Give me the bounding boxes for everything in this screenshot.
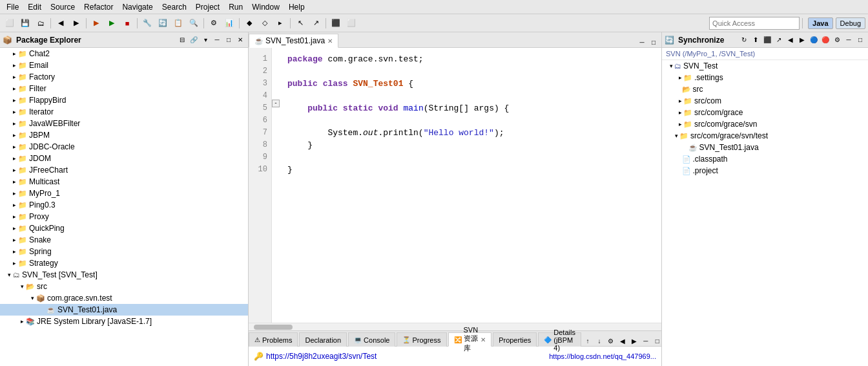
sync-tree-srccomgrace[interactable]: ▸ 📁 src/com/grace: [662, 107, 868, 118]
save-all-button[interactable]: 🗂: [34, 16, 48, 30]
tree-item-snake[interactable]: ▸ 📁 Snake: [0, 234, 248, 246]
tree-item-jdbcoracle[interactable]: ▸ 📁 JDBC-Oracle: [0, 141, 248, 153]
tab-properties[interactable]: Properties: [493, 332, 537, 347]
collapse-all-btn[interactable]: ⊟: [177, 35, 187, 45]
menu-run[interactable]: Run: [225, 1, 247, 13]
sync-tree-svntest01java[interactable]: ☕ SVN_Test01.java: [662, 142, 868, 153]
sync-btn7[interactable]: 🔵: [809, 35, 819, 45]
editor-tab-svntest01[interactable]: ☕ SVN_Test01.java ✕: [249, 34, 338, 48]
stop-button[interactable]: ■: [120, 16, 134, 30]
tool11[interactable]: ↗: [309, 16, 323, 30]
quick-access-input[interactable]: [709, 17, 800, 30]
bottom-maximize-btn[interactable]: □: [652, 336, 661, 346]
sync-btn1[interactable]: ↻: [739, 35, 749, 45]
sync-tree-srccom[interactable]: ▸ 📁 src/com: [662, 95, 868, 107]
link-editor-btn[interactable]: 🔗: [189, 35, 199, 45]
tree-item-javawebfilter[interactable]: ▸ 📁 JavaWEBFilter: [0, 118, 248, 129]
run-button[interactable]: ▶: [105, 16, 119, 30]
forward-button[interactable]: ▶: [69, 16, 83, 30]
tool9[interactable]: ▸: [273, 16, 287, 30]
sync-tree-srccomgracesvn[interactable]: ▸ 📁 src/com/grace/svn: [662, 118, 868, 130]
tree-item-src[interactable]: ▾ 📂 src: [0, 281, 248, 292]
tree-item-ping03[interactable]: ▸ 📁 Ping0.3: [0, 199, 248, 211]
tree-item-proxy[interactable]: ▸ 📁 Proxy: [0, 211, 248, 222]
sync-maximize-btn[interactable]: □: [855, 35, 865, 45]
menu-source[interactable]: Source: [46, 1, 79, 13]
tool12[interactable]: ⬛: [329, 16, 343, 30]
tree-item-quickping[interactable]: ▸ 📁 QuickPing: [0, 222, 248, 234]
tree-item-spring[interactable]: ▸ 📁 Spring: [0, 246, 248, 257]
java-perspective-btn[interactable]: Java: [808, 17, 832, 29]
tree-item-jre[interactable]: ▸ 📚 JRE System Library [JavaSE-1.7]: [0, 316, 248, 327]
tree-item-svntest[interactable]: ▾ 🗂 SVN_Test [SVN_Test]: [0, 269, 248, 281]
tree-item-strategy[interactable]: ▸ 📁 Strategy: [0, 257, 248, 269]
sync-tree-settings[interactable]: ▸ 📁 .settings: [662, 72, 868, 83]
bottom-toolbar-btn3[interactable]: ⚙: [606, 336, 616, 346]
tree-item-iterator[interactable]: ▸ 📁 Iterator: [0, 106, 248, 118]
bottom-toolbar-btn1[interactable]: ↑: [583, 336, 593, 346]
sync-btn2[interactable]: ⬆: [750, 35, 761, 45]
save-button[interactable]: 💾: [18, 16, 32, 30]
tree-item-jdom[interactable]: ▸ 📁 JDOM: [0, 153, 248, 164]
editor-minimize-btn[interactable]: ─: [637, 37, 647, 47]
menu-project[interactable]: Project: [192, 1, 223, 13]
tree-item-email[interactable]: ▸ 📁 Email: [0, 59, 248, 71]
tree-item-flappybird[interactable]: ▸ 📁 FlappyBird: [0, 94, 248, 106]
sync-tree-srccomgracesvntest[interactable]: ▾ 📁 src/com/grace/svn/test: [662, 130, 868, 142]
minimize-left-btn[interactable]: ─: [212, 35, 222, 45]
collapse-method-icon[interactable]: -: [272, 100, 280, 107]
tree-item-svntest01java[interactable]: ☕ SVN_Test01.java: [0, 304, 248, 316]
tree-item-chat2[interactable]: ▸ 📁 Chat2: [0, 48, 248, 59]
tree-item-package[interactable]: ▾ 📦 com.grace.svn.test: [0, 292, 248, 304]
tool2[interactable]: 🔄: [156, 16, 170, 30]
sync-tree-src[interactable]: 📂 src: [662, 83, 868, 95]
editor-maximize-btn[interactable]: □: [648, 37, 659, 47]
debug-perspective-btn[interactable]: Debug: [836, 17, 865, 29]
menu-edit[interactable]: Edit: [24, 1, 45, 13]
view-menu-btn[interactable]: ▾: [200, 35, 211, 45]
debug-button[interactable]: ▶: [89, 16, 103, 30]
editor-hscrollbar[interactable]: [249, 323, 661, 330]
menu-navigate[interactable]: Navigate: [118, 1, 156, 13]
menu-refactor[interactable]: Refactor: [80, 1, 117, 13]
tool10[interactable]: ↖: [293, 16, 307, 30]
tool4[interactable]: 🔍: [187, 16, 201, 30]
sync-btn8[interactable]: 🔴: [820, 35, 831, 45]
tab-problems[interactable]: ⚠ Problems: [249, 332, 298, 347]
editor-content[interactable]: 1 2 3 4 5 6 7 8 9 10: [249, 48, 661, 323]
sync-btn3[interactable]: ⬛: [762, 35, 772, 45]
maximize-left-btn[interactable]: □: [223, 35, 234, 45]
tree-item-jbpm[interactable]: ▸ 📁 JBPM: [0, 129, 248, 141]
back-button[interactable]: ◀: [54, 16, 68, 30]
tree-item-jfreechart[interactable]: ▸ 📁 JFreeChart: [0, 164, 248, 176]
sync-btn5[interactable]: ◀: [785, 35, 796, 45]
tool3[interactable]: 📋: [171, 16, 185, 30]
tree-item-mypro1[interactable]: ▸ 📁 MyPro_1: [0, 188, 248, 199]
tab-close-btn[interactable]: ✕: [327, 38, 333, 45]
tool13[interactable]: ⬜: [344, 16, 358, 30]
tool5[interactable]: ⚙: [207, 16, 221, 30]
tool1[interactable]: 🔧: [140, 16, 154, 30]
close-left-btn[interactable]: ✕: [235, 35, 245, 45]
tree-item-filter[interactable]: ▸ 📁 Filter: [0, 83, 248, 94]
bottom-toolbar-btn2[interactable]: ↓: [594, 336, 604, 346]
tab-declaration[interactable]: Declaration: [299, 332, 347, 347]
tab-details-jbpm[interactable]: 🔷 Details (jBPM 4): [538, 332, 581, 347]
sync-settings-btn[interactable]: ⚙: [832, 35, 842, 45]
sync-tree-project[interactable]: 📄 .project: [662, 165, 868, 177]
new-button[interactable]: ⬜: [3, 16, 17, 30]
sync-tree-classpath[interactable]: 📄 .classpath: [662, 153, 868, 165]
tool6[interactable]: 📊: [222, 16, 236, 30]
menu-search[interactable]: Search: [158, 1, 191, 13]
tab-svn-close-btn[interactable]: ✕: [480, 336, 486, 343]
menu-help[interactable]: Help: [285, 1, 309, 13]
sync-minimize-btn[interactable]: ─: [843, 35, 854, 45]
sync-tree-svntest[interactable]: ▾ 🗂 SVN_Test: [662, 60, 868, 72]
tree-item-factory[interactable]: ▸ 📁 Factory: [0, 71, 248, 83]
tab-progress[interactable]: ⏳ Progress: [397, 332, 446, 347]
bottom-toolbar-btn5[interactable]: ▶: [629, 336, 639, 346]
tab-console[interactable]: 💻 Console: [348, 332, 395, 347]
bottom-minimize-btn[interactable]: ─: [641, 336, 651, 346]
tree-item-multicast[interactable]: ▸ 📁 Multicast: [0, 176, 248, 188]
menu-window[interactable]: Window: [248, 1, 284, 13]
